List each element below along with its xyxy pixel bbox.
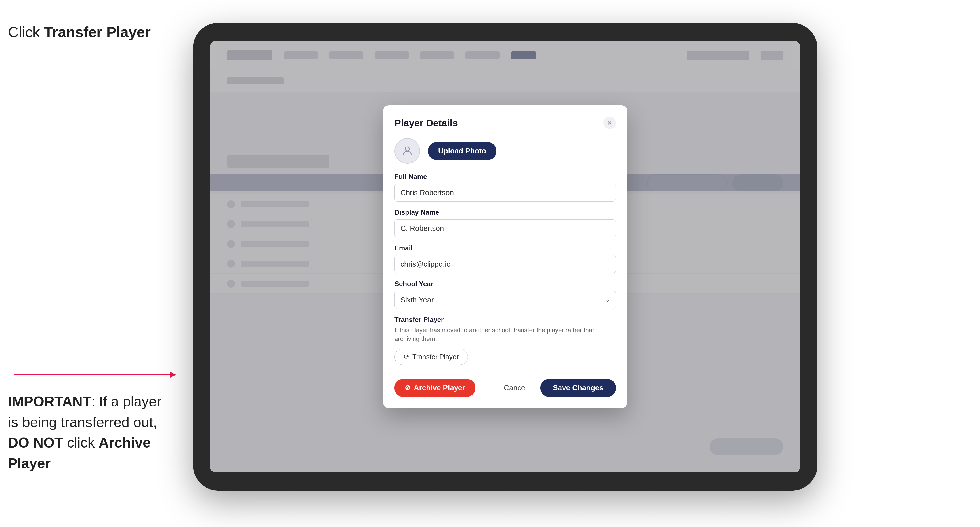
display-name-label: Display Name <box>395 208 616 216</box>
transfer-section-description: If this player has moved to another scho… <box>395 326 616 343</box>
modal-footer: ⊘ Archive Player Cancel Save Changes <box>395 373 616 397</box>
transfer-section-title: Transfer Player <box>395 316 616 324</box>
full-name-input[interactable] <box>395 184 616 202</box>
transfer-icon: ⟳ <box>404 353 409 360</box>
footer-right-actions: Cancel Save Changes <box>498 379 616 397</box>
modal-header: Player Details × <box>395 117 616 129</box>
modal-overlay: Player Details × Upload Photo Full N <box>210 41 800 472</box>
instruction-bold: Transfer Player <box>44 24 151 40</box>
full-name-group: Full Name <box>395 173 616 202</box>
school-year-select-wrapper: Sixth Year First Year Second Year Third … <box>395 291 616 309</box>
archive-button-label: Archive Player <box>414 384 465 392</box>
annotation-arrow <box>14 375 175 375</box>
save-changes-button[interactable]: Save Changes <box>540 379 616 397</box>
modal-close-button[interactable]: × <box>603 117 616 129</box>
transfer-button-label: Transfer Player <box>412 353 459 361</box>
player-details-modal: Player Details × Upload Photo Full N <box>383 105 627 408</box>
avatar-icon <box>395 138 420 163</box>
avatar-section: Upload Photo <box>395 138 616 163</box>
svg-point-0 <box>405 147 409 151</box>
full-name-label: Full Name <box>395 173 616 181</box>
email-label: Email <box>395 244 616 252</box>
archive-icon: ⊘ <box>405 384 410 392</box>
tablet-device: Player Details × Upload Photo Full N <box>193 23 818 491</box>
archive-player-button[interactable]: ⊘ Archive Player <box>395 379 476 397</box>
transfer-player-button[interactable]: ⟳ Transfer Player <box>395 349 468 365</box>
instruction-top: Click Transfer Player <box>8 23 151 42</box>
school-year-label: School Year <box>395 280 616 288</box>
instruction-text2: click <box>63 435 99 451</box>
important-label: IMPORTANT <box>8 394 91 410</box>
email-input[interactable] <box>395 255 616 273</box>
transfer-player-section: Transfer Player If this player has moved… <box>395 316 616 365</box>
display-name-input[interactable] <box>395 219 616 237</box>
cancel-button[interactable]: Cancel <box>498 379 533 397</box>
annotation-vertical-line <box>14 42 14 379</box>
modal-title: Player Details <box>395 117 458 129</box>
do-not-label: DO NOT <box>8 435 63 451</box>
school-year-select[interactable]: Sixth Year First Year Second Year Third … <box>395 291 616 309</box>
display-name-group: Display Name <box>395 208 616 237</box>
upload-photo-button[interactable]: Upload Photo <box>428 142 496 160</box>
school-year-group: School Year Sixth Year First Year Second… <box>395 280 616 309</box>
instruction-prefix: Click <box>8 24 44 40</box>
tablet-screen: Player Details × Upload Photo Full N <box>210 41 800 472</box>
email-group: Email <box>395 244 616 273</box>
instruction-bottom: IMPORTANT: If a player is being transfer… <box>8 391 173 474</box>
